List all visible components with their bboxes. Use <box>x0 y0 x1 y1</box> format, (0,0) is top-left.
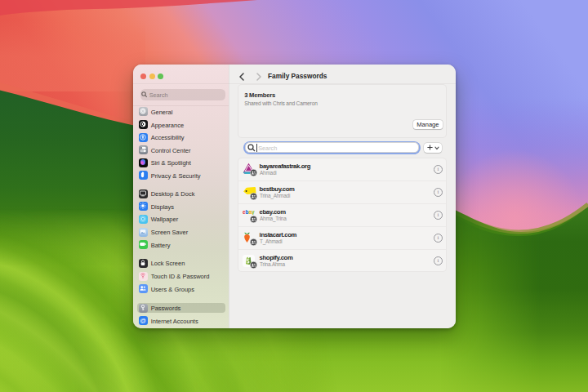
svg-text:ebay: ebay <box>243 209 255 216</box>
